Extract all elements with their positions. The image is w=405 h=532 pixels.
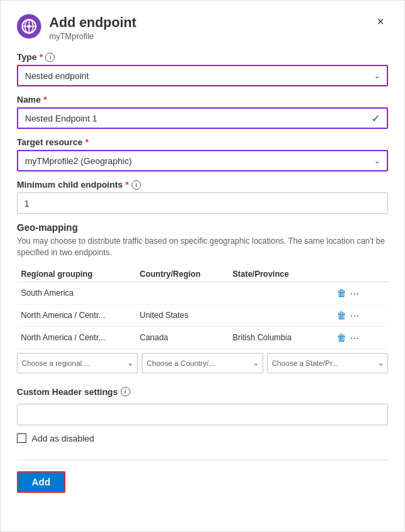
row2-state <box>229 304 333 326</box>
country-dropdown-label: Choose a Country/... <box>146 359 250 367</box>
custom-header-section: Custom Header settings i <box>17 387 388 433</box>
table-row: South America 🗑 ··· <box>17 282 388 304</box>
name-label: Name * <box>17 95 388 105</box>
regional-dropdown[interactable]: Choose a regional ... ⌄ <box>17 353 138 373</box>
col-regional: Regional grouping <box>17 267 136 282</box>
add-disabled-checkbox[interactable] <box>17 433 26 443</box>
min-endpoints-field-group: Minimum child endpoints * i 1 <box>17 180 388 214</box>
target-required: * <box>85 137 88 147</box>
row2-more-icon[interactable]: ··· <box>350 310 360 321</box>
table-row: North America / Centr... Canada British … <box>17 326 388 348</box>
row3-regional: North America / Centr... <box>17 326 136 348</box>
modal-header: Add endpoint myTMprofile × <box>17 14 388 41</box>
type-chevron-icon: ⌄ <box>374 72 380 80</box>
row1-country <box>136 282 229 304</box>
close-button[interactable]: × <box>373 14 388 29</box>
name-required: * <box>43 95 47 105</box>
geo-mapping-description: You may choose to distribute traffic bas… <box>17 236 388 259</box>
row3-actions: 🗑 ··· <box>333 326 389 348</box>
svg-point-5 <box>28 25 31 28</box>
regional-dropdown-label: Choose a regional ... <box>22 359 125 367</box>
min-endpoints-input[interactable]: 1 <box>17 192 388 214</box>
regional-chevron-icon: ⌄ <box>128 359 133 367</box>
add-disabled-label: Add as disabled <box>32 433 94 444</box>
type-label: Type * i <box>17 52 388 62</box>
target-select[interactable]: myTMprofile2 (Geographic) ⌄ <box>17 150 388 171</box>
type-info-icon[interactable]: i <box>45 53 55 62</box>
state-dropdown-label: Choose a State/Pr... <box>272 359 375 367</box>
modal-container: Add endpoint myTMprofile × Type * i Nest… <box>0 0 405 532</box>
min-endpoints-required: * <box>126 180 129 190</box>
col-country: Country/Region <box>136 267 229 282</box>
target-chevron-icon: ⌄ <box>374 157 380 165</box>
row2-delete-icon[interactable]: 🗑 <box>337 310 346 321</box>
traffic-manager-icon <box>17 14 41 38</box>
form-section: Type * i Nested endpoint ⌄ Name * Nested… <box>17 52 388 214</box>
custom-header-info-icon[interactable]: i <box>121 387 130 396</box>
row1-regional: South America <box>17 282 136 304</box>
col-state: State/Province <box>229 267 333 282</box>
target-label: Target resource * <box>17 137 388 147</box>
footer: Add <box>17 460 388 493</box>
name-input[interactable]: Nested Endpoint 1 ✓ <box>17 107 388 129</box>
add-disabled-row: Add as disabled <box>17 433 388 444</box>
row3-more-icon[interactable]: ··· <box>350 332 360 343</box>
type-field-group: Type * i Nested endpoint ⌄ <box>17 52 388 86</box>
col-actions <box>333 267 389 282</box>
min-endpoints-label: Minimum child endpoints * i <box>17 180 388 190</box>
target-field-group: Target resource * myTMprofile2 (Geograph… <box>17 137 388 171</box>
geo-mapping-section: Geo-mapping You may choose to distribute… <box>17 222 388 373</box>
row2-regional: North America / Centr... <box>17 304 136 326</box>
country-chevron-icon: ⌄ <box>253 359 259 367</box>
country-dropdown[interactable]: Choose a Country/... ⌄ <box>142 353 263 373</box>
geo-dropdown-row: Choose a regional ... ⌄ Choose a Country… <box>17 353 388 373</box>
name-valid-icon: ✓ <box>371 112 380 125</box>
type-select[interactable]: Nested endpoint ⌄ <box>17 65 388 86</box>
modal-subtitle: myTMprofile <box>49 32 136 41</box>
row2-actions: 🗑 ··· <box>333 304 389 326</box>
name-field-group: Name * Nested Endpoint 1 ✓ <box>17 95 388 129</box>
row1-actions: 🗑 ··· <box>333 282 389 304</box>
geo-table-header-row: Regional grouping Country/Region State/P… <box>17 267 388 282</box>
row1-more-icon[interactable]: ··· <box>350 288 360 298</box>
add-button[interactable]: Add <box>17 471 65 493</box>
custom-header-input[interactable] <box>17 404 388 425</box>
row1-state <box>229 282 333 304</box>
geo-mapping-table: Regional grouping Country/Region State/P… <box>17 267 388 349</box>
title-group: Add endpoint myTMprofile <box>17 14 136 41</box>
row3-delete-icon[interactable]: 🗑 <box>337 332 346 343</box>
title-text-group: Add endpoint myTMprofile <box>49 14 136 41</box>
table-row: North America / Centr... United States 🗑… <box>17 304 388 326</box>
row2-country: United States <box>136 304 229 326</box>
row3-country: Canada <box>136 326 229 348</box>
state-chevron-icon: ⌄ <box>378 359 383 367</box>
row3-state: British Columbia <box>229 326 333 348</box>
state-dropdown[interactable]: Choose a State/Pr... ⌄ <box>267 353 388 373</box>
modal-title: Add endpoint <box>49 14 136 30</box>
row1-delete-icon[interactable]: 🗑 <box>337 288 346 298</box>
type-required: * <box>39 52 43 62</box>
min-endpoints-info-icon[interactable]: i <box>132 180 141 190</box>
custom-header-label: Custom Header settings i <box>17 387 388 397</box>
geo-mapping-title: Geo-mapping <box>17 222 388 233</box>
